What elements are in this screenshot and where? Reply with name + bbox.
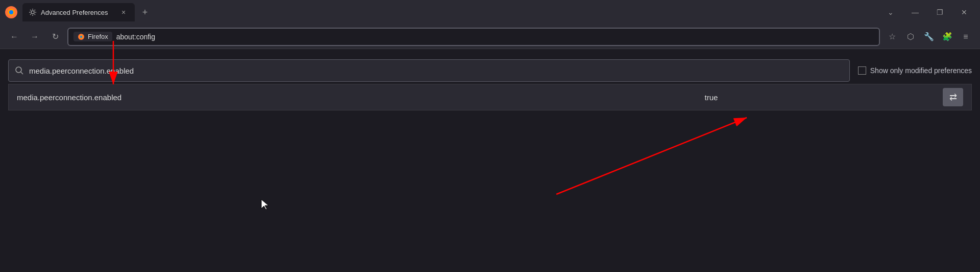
window-minimize-button[interactable]: — <box>903 0 927 25</box>
tab-title: Advanced Preferences <box>41 9 114 16</box>
svg-point-7 <box>16 67 21 73</box>
forward-button[interactable]: → <box>27 29 43 45</box>
pref-toggle-button[interactable]: ⇄ <box>943 88 963 106</box>
back-button[interactable]: ← <box>6 29 22 45</box>
menu-button[interactable]: ≡ <box>958 29 974 45</box>
show-modified-checkbox-row[interactable]: Show only modified preferences <box>858 66 972 75</box>
window-restore-button[interactable]: ❐ <box>928 0 951 25</box>
firefox-logo-icon <box>4 5 18 19</box>
navigation-toolbar: ← → ↻ Firefox about:config ☆ ⬡ 🔧 🧩 ≡ <box>0 25 980 49</box>
firefox-badge: Firefox <box>74 32 112 41</box>
svg-line-12 <box>556 118 747 194</box>
show-modified-label: Show only modified preferences <box>870 66 972 75</box>
svg-point-2 <box>9 10 13 14</box>
address-bar[interactable]: Firefox about:config <box>67 28 880 46</box>
pref-name: media.peerconnection.enabled <box>17 93 480 102</box>
firefox-small-icon <box>78 33 85 40</box>
page-content: Show only modified preferences media.pee… <box>0 49 980 121</box>
preference-row[interactable]: media.peerconnection.enabled true ⇄ <box>8 84 972 110</box>
pocket-button[interactable]: ⬡ <box>902 29 919 45</box>
tab-advanced-preferences[interactable]: Advanced Preferences × <box>22 3 135 21</box>
extensions-button[interactable]: 🧩 <box>939 29 955 45</box>
pref-value: true <box>480 93 943 102</box>
svg-point-6 <box>80 36 82 38</box>
toolbar-right-buttons: ☆ ⬡ 🔧 🧩 ≡ <box>884 29 974 45</box>
bookmark-button[interactable]: ☆ <box>884 29 900 45</box>
tab-close-button[interactable]: × <box>118 7 129 17</box>
search-input[interactable] <box>29 66 843 75</box>
search-icon <box>15 66 24 75</box>
search-row: Show only modified preferences <box>8 59 972 82</box>
address-text: about:config <box>116 33 155 41</box>
window-close-button[interactable]: ✕ <box>952 0 976 25</box>
mouse-cursor <box>260 198 271 211</box>
tab-strip: Advanced Preferences × + <box>22 3 879 21</box>
svg-point-3 <box>31 11 34 14</box>
show-modified-checkbox[interactable] <box>858 66 866 75</box>
firefox-badge-label: Firefox <box>88 33 108 40</box>
tools-button[interactable]: 🔧 <box>921 29 937 45</box>
window-dropdown-button[interactable]: ⌄ <box>879 0 902 25</box>
reload-button[interactable]: ↻ <box>47 29 63 45</box>
new-tab-button[interactable]: + <box>137 4 153 20</box>
titlebar: Advanced Preferences × + ⌄ — ❐ ✕ <box>0 0 980 25</box>
tab-settings-icon <box>29 8 37 16</box>
search-bar <box>8 59 850 82</box>
svg-line-8 <box>21 72 23 75</box>
window-controls: ⌄ — ❐ ✕ <box>879 0 976 25</box>
